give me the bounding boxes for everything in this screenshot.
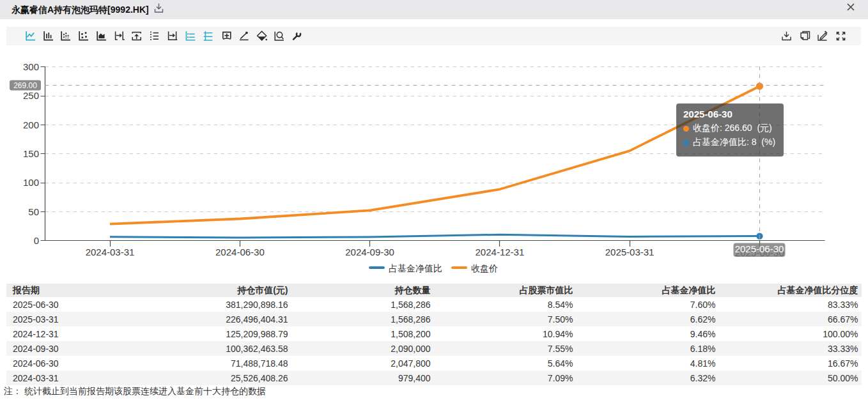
svg-text:2024-12-31: 2024-12-31 [476, 247, 525, 257]
svg-text:2025-03-31: 2025-03-31 [605, 247, 655, 257]
svg-text:2024-03-31: 2024-03-31 [86, 247, 135, 257]
svg-text:收盘价: 收盘价 [471, 263, 498, 273]
svg-text:250: 250 [23, 90, 39, 101]
svg-text:50: 50 [28, 206, 39, 217]
svg-text:269.00: 269.00 [13, 81, 37, 90]
svg-text:300: 300 [23, 61, 39, 72]
svg-text:100: 100 [23, 177, 39, 188]
svg-text:2024-06-30: 2024-06-30 [215, 247, 265, 257]
svg-text:2025-06-30: 2025-06-30 [735, 243, 784, 254]
svg-text:2024-09-30: 2024-09-30 [345, 247, 394, 257]
svg-text:占基金净值比: 占基金净值比 [389, 263, 442, 273]
svg-text:0: 0 [34, 235, 39, 246]
svg-text:200: 200 [23, 119, 39, 130]
svg-text:150: 150 [23, 148, 39, 159]
